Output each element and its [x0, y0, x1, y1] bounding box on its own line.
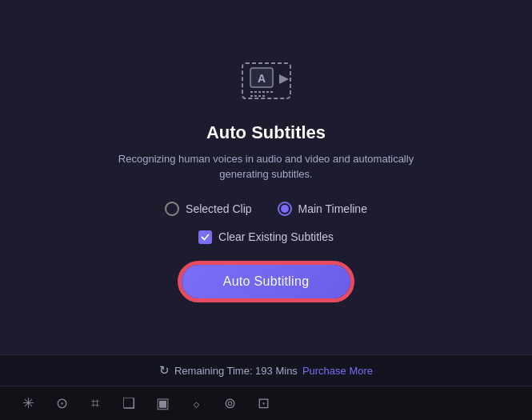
purchase-more-link[interactable]: Purchase More	[302, 365, 373, 377]
radio-label-selected-clip: Selected Clip	[186, 202, 252, 215]
crop-icon[interactable]: ⌗	[86, 394, 104, 412]
filter-icon[interactable]: ▣	[154, 394, 171, 412]
audio-adjust-icon[interactable]: ⬦	[187, 394, 205, 412]
footer-bar: ↻ Remaining Time: 193 Mins Purchase More	[0, 354, 532, 386]
transform-icon[interactable]: ⊡	[254, 394, 272, 412]
radio-label-main-timeline: Main Timeline	[298, 202, 367, 215]
layers-icon[interactable]: ❏	[120, 394, 138, 412]
svg-marker-3	[279, 74, 289, 84]
toolbar: ✳ ⊙ ⌗ ❏ ▣ ⬦ ⊚ ⊡	[0, 386, 532, 420]
checkbox-label: Clear Existing Subtitles	[218, 230, 334, 243]
radio-main-timeline[interactable]: Main Timeline	[278, 202, 367, 216]
main-panel: A Auto Subtitles Recognizing human voice…	[0, 0, 532, 354]
svg-text:A: A	[257, 72, 265, 85]
checkbox-icon	[198, 230, 212, 244]
speedometer-icon[interactable]: ⊙	[53, 394, 70, 412]
auto-subtitles-icon: A	[234, 57, 298, 105]
waves-icon[interactable]: ⊚	[221, 394, 238, 412]
page-description: Recognizing human voices in audio and vi…	[106, 151, 426, 182]
subtitle-icon-container: A	[234, 57, 298, 108]
page-title: Auto Subtitles	[206, 122, 326, 143]
radio-group: Selected Clip Main Timeline	[165, 202, 367, 216]
radio-circle-main-timeline	[278, 202, 292, 216]
radio-circle-selected-clip	[165, 202, 179, 216]
auto-subtitling-button[interactable]: Auto Subtitling	[182, 265, 351, 298]
clear-subtitles-checkbox[interactable]: Clear Existing Subtitles	[198, 230, 334, 244]
asterisk-icon[interactable]: ✳	[19, 394, 37, 412]
radio-selected-clip[interactable]: Selected Clip	[165, 202, 252, 216]
remaining-time-text: Remaining Time: 193 Mins	[174, 365, 298, 377]
refresh-icon: ↻	[159, 363, 170, 378]
